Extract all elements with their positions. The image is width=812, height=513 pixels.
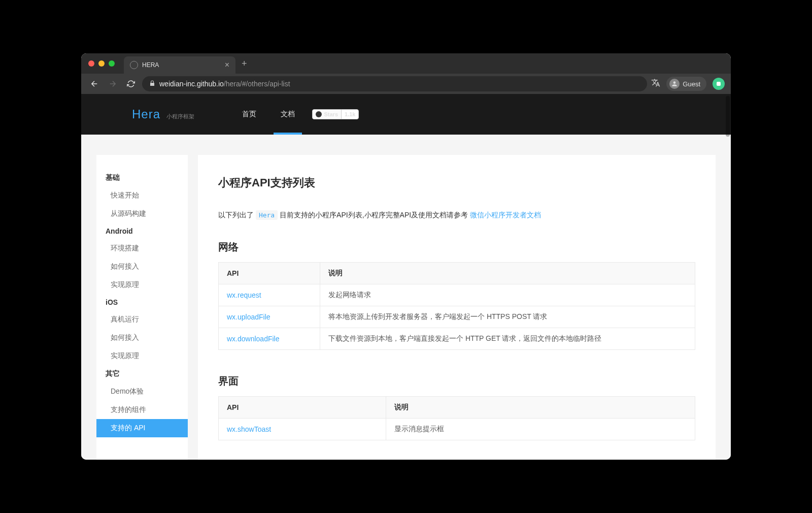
nav-bar: weidian-inc.github.io/hera/#/others/api-… [81,74,731,94]
page-title: 小程序API支持列表 [218,175,695,190]
intro-code: Hera [256,210,278,220]
api-link-uploadfile[interactable]: wx.uploadFile [227,313,270,321]
sidebar-item-api[interactable]: 支持的 API [96,419,188,437]
sidebar-section-basics: 基础 [96,169,188,186]
window-controls [88,60,115,67]
sidebar-item-quickstart[interactable]: 快速开始 [96,186,188,205]
maximize-window-button[interactable] [109,60,115,67]
table-row: wx.uploadFile 将本地资源上传到开发者服务器，客户端发起一个 HTT… [219,306,695,328]
avatar-icon [669,79,680,89]
page-content: Hera 小程序框架 首页 文档 Stars 1.1k [81,94,731,460]
table-row: wx.showToast 显示消息提示框 [219,419,695,440]
url-text: weidian-inc.github.io/hera/#/others/api-… [159,80,290,88]
browser-chrome: HERA × + weidian-inc.github.io/hera/#/ot… [81,53,731,94]
main-content: 小程序API支持列表 以下列出了 Hera 目前支持的小程序API列表,小程序完… [198,155,716,460]
close-window-button[interactable] [88,60,94,67]
api-desc: 下载文件资源到本地，客户端直接发起一个 HTTP GET 请求，返回文件的本地临… [320,328,695,350]
back-button[interactable] [87,77,101,91]
nav-home[interactable]: 首页 [230,94,268,135]
minimize-window-button[interactable] [98,60,105,67]
api-link-showtoast[interactable]: wx.showToast [227,425,271,433]
extension-icon[interactable] [713,78,725,90]
sidebar-item-ios-device[interactable]: 真机运行 [96,310,188,329]
github-icon [316,111,322,117]
interface-api-table: API 说明 wx.showToast 显示消息提示框 [218,396,695,440]
api-desc: 发起网络请求 [320,284,695,306]
site-header: Hera 小程序框架 首页 文档 Stars 1.1k [81,94,731,135]
sidebar-item-android-env[interactable]: 环境搭建 [96,239,188,258]
table-header-desc: 说明 [386,397,695,419]
api-desc: 将本地资源上传到开发者服务器，客户端发起一个 HTTPS POST 请求 [320,306,695,328]
new-tab-button[interactable]: + [235,58,253,69]
sidebar-section-android: Android [96,223,188,239]
reload-button[interactable] [124,77,138,91]
intro-paragraph: 以下列出了 Hera 目前支持的小程序API列表,小程序完整API及使用文档请参… [218,211,695,220]
scrollbar[interactable] [726,96,730,137]
network-api-table: API 说明 wx.request 发起网络请求 wx.uploadFile [218,262,695,350]
sidebar-item-ios-integrate[interactable]: 如何接入 [96,329,188,347]
profile-button[interactable]: Guest [666,77,706,91]
translate-icon[interactable] [651,78,660,89]
lock-icon [149,80,155,88]
address-bar[interactable]: weidian-inc.github.io/hera/#/others/api-… [142,76,647,91]
svg-point-0 [673,81,676,84]
section-interface-heading: 界面 [218,374,695,388]
page-body: 基础 快速开始 从源码构建 Android 环境搭建 如何接入 实现原理 iOS… [81,135,731,460]
api-link-request[interactable]: wx.request [227,291,261,299]
browser-window: HERA × + weidian-inc.github.io/hera/#/ot… [81,53,731,460]
github-stars-badge[interactable]: Stars 1.1k [307,94,359,135]
table-row: wx.request 发起网络请求 [219,284,695,306]
table-header-api: API [219,397,386,419]
tab-bar: HERA × + [81,53,731,74]
table-header-api: API [219,263,320,284]
github-stars-count: 1.1k [342,110,358,119]
sidebar-section-others: 其它 [96,365,188,382]
sidebar: 基础 快速开始 从源码构建 Android 环境搭建 如何接入 实现原理 iOS… [96,155,188,460]
api-desc: 显示消息提示框 [386,419,695,440]
header-nav: 首页 文档 Stars 1.1k [230,94,359,135]
tab-title: HERA [142,61,221,69]
sidebar-item-ios-principle[interactable]: 实现原理 [96,347,188,365]
forward-button[interactable] [106,77,120,91]
sidebar-item-android-integrate[interactable]: 如何接入 [96,258,188,276]
wechat-docs-link[interactable]: 微信小程序开发者文档 [470,211,541,219]
sidebar-item-components[interactable]: 支持的组件 [96,401,188,419]
sidebar-item-build-source[interactable]: 从源码构建 [96,205,188,223]
browser-tab[interactable]: HERA × [124,56,235,74]
logo[interactable]: Hera 小程序框架 [132,107,194,121]
close-tab-icon[interactable]: × [225,61,229,69]
profile-label: Guest [683,80,700,88]
github-stars-label: Stars [324,111,338,117]
table-row: wx.downloadFile 下载文件资源到本地，客户端直接发起一个 HTTP… [219,328,695,350]
nav-docs[interactable]: 文档 [268,94,307,135]
globe-icon [130,61,138,69]
sidebar-section-ios: iOS [96,294,188,310]
api-link-downloadfile[interactable]: wx.downloadFile [227,335,280,343]
section-network-heading: 网络 [218,240,695,254]
sidebar-item-android-principle[interactable]: 实现原理 [96,276,188,294]
table-header-desc: 说明 [320,263,695,284]
sidebar-item-demo[interactable]: Demo体验 [96,382,188,401]
